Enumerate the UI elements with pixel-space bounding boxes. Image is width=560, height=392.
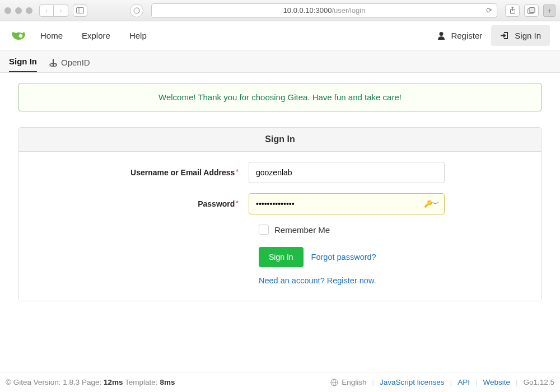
nav-home[interactable]: Home xyxy=(40,31,63,40)
sidebar-icon xyxy=(76,7,84,13)
remember-checkbox[interactable] xyxy=(259,225,269,235)
reload-icon[interactable]: ⟳ xyxy=(486,6,492,15)
forward-button[interactable]: › xyxy=(54,4,68,17)
submit-button[interactable]: Sign In xyxy=(259,247,304,267)
register-button[interactable]: Register xyxy=(428,25,491,46)
back-button[interactable]: ‹ xyxy=(39,4,54,17)
nav-explore[interactable]: Explore xyxy=(82,31,110,40)
openid-icon xyxy=(49,59,57,67)
nav-help[interactable]: Help xyxy=(129,31,147,40)
panel-title: Sign In xyxy=(19,128,541,152)
username-label: Username or Email Address* xyxy=(36,168,249,177)
new-tab-button[interactable]: + xyxy=(543,4,556,17)
username-input[interactable] xyxy=(249,162,445,183)
svg-rect-0 xyxy=(77,8,84,13)
tabs-button[interactable] xyxy=(524,4,539,17)
site-settings-button[interactable] xyxy=(130,4,143,17)
browser-toolbar: ‹ › 10.0.0.10:3000/user/login ⟳ + xyxy=(0,0,560,21)
sidebar-toggle-button[interactable] xyxy=(73,4,87,17)
tab-signin[interactable]: Sign In xyxy=(9,51,37,72)
share-button[interactable] xyxy=(505,4,520,17)
window-controls xyxy=(4,7,32,14)
password-label: Password* xyxy=(36,199,249,208)
signin-panel: Sign In Username or Email Address* Passw… xyxy=(18,127,542,301)
register-link[interactable]: Need an account? Register now. xyxy=(259,276,376,285)
tab-openid[interactable]: OpenID xyxy=(49,52,90,72)
zoom-window-icon[interactable] xyxy=(26,7,32,14)
password-key-icon[interactable]: 🔑﹀ xyxy=(424,199,439,209)
svg-rect-5 xyxy=(529,7,535,12)
person-icon xyxy=(437,31,445,40)
compass-icon xyxy=(133,7,140,14)
logo-icon xyxy=(11,30,26,42)
remember-label: Remember Me xyxy=(274,225,330,235)
close-window-icon[interactable] xyxy=(4,7,11,14)
share-icon xyxy=(510,7,516,14)
svg-point-8 xyxy=(440,32,444,36)
welcome-alert: Welcome! Thank you for choosing Gitea. H… xyxy=(18,83,542,111)
address-bar[interactable]: 10.0.0.10:3000/user/login ⟳ xyxy=(151,3,497,18)
signin-button[interactable]: Sign In xyxy=(491,25,550,46)
app-navbar: Home Explore Help Register Sign In xyxy=(0,21,560,50)
minimize-window-icon[interactable] xyxy=(15,7,22,14)
forgot-password-link[interactable]: Forgot password? xyxy=(311,253,376,262)
signin-icon xyxy=(500,31,509,40)
gitea-logo[interactable] xyxy=(10,27,27,44)
auth-tabs: Sign In OpenID xyxy=(0,50,560,73)
password-input[interactable] xyxy=(249,193,445,214)
tabs-icon xyxy=(528,7,535,14)
